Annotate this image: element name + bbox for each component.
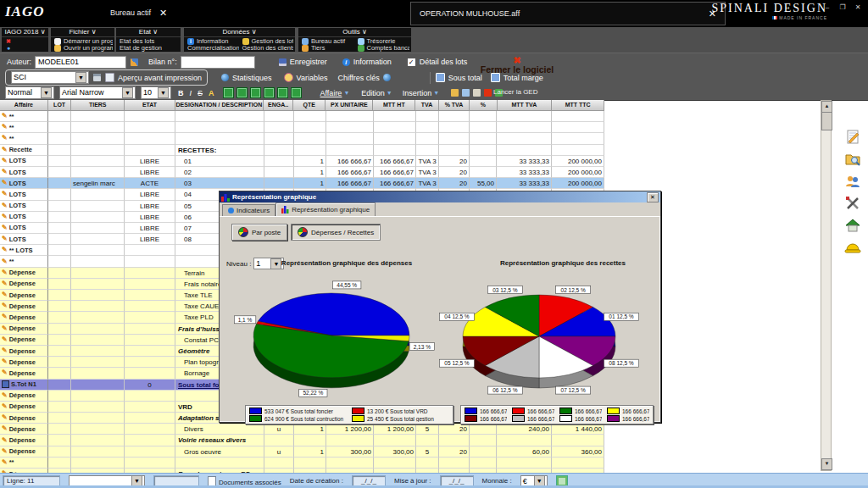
depenses-recettes-button[interactable]: Dépenses / Recettes [291,224,381,241]
style-select[interactable]: Normal▼ [5,86,54,99]
ribbon-item[interactable]: Gestion des clients [241,45,294,52]
font-select[interactable]: Arial Narrow▼ [59,86,136,99]
menu-edition[interactable]: Edition▼ [361,89,392,97]
chiffres-cles-button[interactable]: Chiffres clés [337,74,390,82]
table-row[interactable]: ✎DépenseGros oeuvreu1300,00300,0052060,0… [0,446,604,458]
ribbon-item[interactable]: ● [3,45,47,52]
table-row[interactable]: ✎** [0,111,604,122]
table-row[interactable]: ✎** [0,458,604,469]
ribbon-item[interactable]: Commercialisation [186,45,239,52]
ribbon-item[interactable]: Ouvrir un programme [53,45,113,52]
ribbon-item[interactable]: Trésorerie [356,38,410,45]
bold-button[interactable]: B [178,89,184,97]
italic-button[interactable]: I [190,89,192,97]
close-button[interactable]: ✕ [853,3,863,11]
statistiques-button[interactable]: Statistiques [221,74,272,82]
table-row[interactable]: ✎RecetteRECETTES: [0,145,604,156]
pencil-icon: ✎ [2,236,8,242]
apercu-button[interactable]: Aperçu avant impression [105,73,202,82]
table-format-icon[interactable] [236,87,248,98]
ribbon-item[interactable]: Etat des lots [118,38,179,45]
printer-icon[interactable] [93,74,101,81]
house-icon[interactable] [844,217,861,234]
dialog-titlebar[interactable]: Représentation graphique ✕ [220,191,660,202]
document-edit-icon[interactable] [844,129,861,146]
font-color-button[interactable]: A [209,89,214,97]
cell-pt: 20 [439,424,470,435]
scroll-up-button[interactable]: ▲ [821,101,832,113]
fermer-le-logiciel-button[interactable]: ✖ Fermer le logiciel [475,56,559,75]
minimize-button[interactable]: – [822,3,832,11]
detail-des-lots-checkbox[interactable]: ✓ Détail des lots [407,58,468,67]
ribbon-group-title[interactable]: Etat ∨ [116,28,181,37]
table-format-icon[interactable] [291,87,302,98]
enregistrer-button[interactable]: Enregistrer [279,58,327,66]
variables-button[interactable]: Variables [284,73,328,82]
cell-en [264,178,294,189]
table-format-icon[interactable] [277,87,288,98]
ribbon-item[interactable]: ✖ [3,38,47,45]
ribbon-item[interactable]: Gestion des lots [241,38,294,45]
auteur-input[interactable]: MODELE01 [35,56,126,69]
ribbon-item[interactable]: Démarrer un programme [53,38,113,45]
table-format-icon[interactable] [250,87,261,98]
vertical-scrollbar[interactable]: ▲ ▼ [821,100,832,471]
delete-icon[interactable] [484,89,492,97]
cell-t [71,223,125,234]
helmet-icon[interactable] [844,239,861,256]
table-row[interactable]: ✎DépenseVoirie réseaux divers [0,435,604,446]
ribbon-group-title[interactable]: Fichier ∨ [51,28,114,37]
cell-e: LIBRE [125,212,175,223]
bilan-input[interactable] [181,56,255,69]
ribbon-item[interactable]: Tiers [300,45,354,52]
cell-lot [48,312,71,323]
restore-button[interactable]: ❐ [837,3,848,11]
font-size-select[interactable]: 10▼ [141,86,171,99]
ribbon-item[interactable]: iInformation [186,38,239,45]
strike-button[interactable]: S [198,89,203,97]
scroll-down-button[interactable]: ▼ [821,458,832,470]
sci-select[interactable]: SCI▼ [11,71,89,84]
menu-affaire[interactable]: Affaire▼ [320,89,350,97]
tools-icon[interactable] [844,195,861,212]
scrollbar-thumb[interactable] [821,112,832,130]
ribbon-group-title[interactable]: Données ∨ [184,28,295,37]
tab-representation-graphique[interactable]: Représentation graphique [275,202,376,216]
table-row[interactable]: ✎DépenseDiversu11 200,001 200,00520240,0… [0,424,604,435]
cell-d [175,111,264,122]
table-row[interactable]: ✎** [0,133,604,144]
tab-operation-mulhouse[interactable]: OPERATION MULHOUSE.aff ✕ [410,2,726,25]
cut-icon[interactable] [451,89,459,97]
documents-associes-button[interactable]: Documents associés [208,476,281,486]
svg-text:02 12,5 %: 02 12,5 % [561,287,586,293]
table-row[interactable]: ✎LOTSLIBRE011166 666,67166 666,67TVA 320… [0,156,604,167]
dialog-close-button[interactable]: ✕ [647,192,659,202]
ribbon-item[interactable]: Comptes bancaires [356,45,410,52]
table-row[interactable]: ✎** [0,122,604,133]
tab-indicateurs[interactable]: Indicateurs [222,204,275,216]
information-button[interactable]: i Information [342,58,392,66]
ribbon-group-title[interactable]: IAGO 2018 ∨ [2,28,48,37]
pencil-icon: ✎ [2,202,8,209]
table-row[interactable]: ✎LOTSsengelin marcACTE031166 666,67166 6… [0,178,604,189]
par-poste-button[interactable]: Par poste [231,224,287,241]
table-format-icon[interactable] [223,87,234,98]
paste-icon[interactable] [473,89,481,97]
users-icon[interactable] [844,173,861,190]
folder-search-icon[interactable] [844,151,861,168]
cell-t [71,145,125,156]
cell-q: 1 [294,156,326,167]
cell-mv [497,145,552,156]
table-format-icon[interactable] [264,87,275,98]
pie-label: 44,55 % [333,281,361,289]
tab-bureau-actif[interactable]: Bureau actif ✕ [102,2,175,24]
close-icon[interactable]: ✕ [159,8,167,19]
menu-insertion[interactable]: Insertion▼ [403,89,439,97]
ribbon-group-title[interactable]: Outils ∨ [298,28,411,37]
cell-pc [470,435,497,446]
lancer-la-ged-button[interactable]: Lancer la GED [493,88,537,96]
ribbon-item[interactable]: Bureau actif [300,38,354,45]
ribbon-item[interactable]: Etat de gestion [118,45,179,52]
table-row[interactable]: ✎LOTSLIBRE021166 666,67166 666,67TVA 320… [0,167,604,178]
copy-icon[interactable] [462,89,470,97]
